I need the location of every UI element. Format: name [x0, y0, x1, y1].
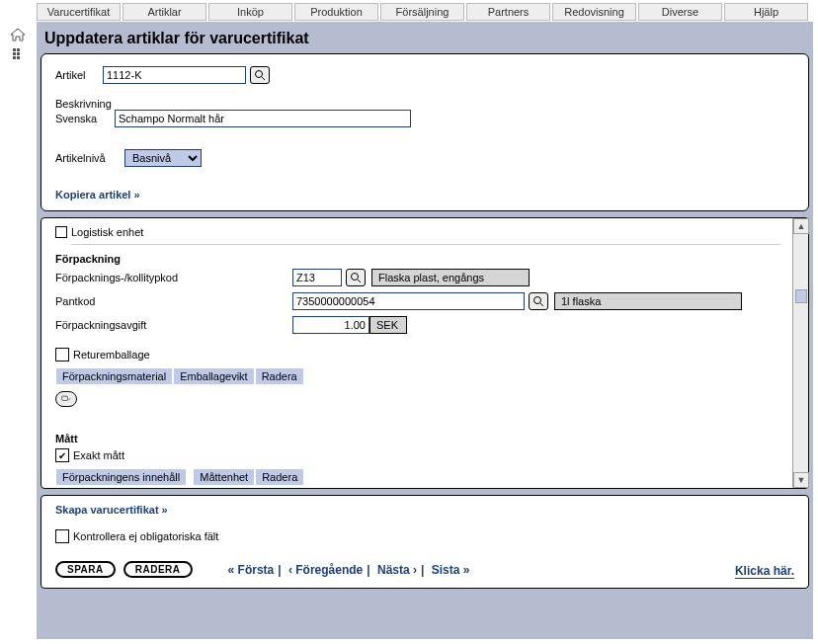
exakt-matt-label: Exakt mått: [73, 449, 124, 461]
home-icon[interactable]: [10, 28, 26, 41]
svenska-label: Svenska: [55, 113, 115, 124]
artikel-lookup-icon[interactable]: [250, 66, 270, 84]
pager-prev[interactable]: ‹ Föregående: [288, 563, 363, 577]
artikelniva-label: Artikelnivå: [55, 152, 124, 164]
scrollbar[interactable]: ▲ ▼: [792, 218, 808, 488]
packtype-input[interactable]: [292, 269, 342, 286]
menu-partners[interactable]: Partners: [466, 3, 550, 21]
logistisk-enhet-label: Logistisk enhet: [71, 226, 143, 238]
pantkod-input[interactable]: [292, 292, 525, 310]
artikel-input[interactable]: [103, 66, 246, 84]
klicka-har-link[interactable]: Klicka här.: [735, 564, 794, 578]
pantkod-display: 1l flaska: [554, 292, 742, 310]
artikelniva-select[interactable]: Basnivå: [124, 149, 202, 167]
packtype-label: Förpacknings-/kollitypkod: [55, 272, 292, 283]
col-radera-2: Radera: [255, 468, 304, 486]
stage: Uppdatera artiklar för varucertifikat Ar…: [37, 22, 813, 639]
col-mattenhet: Måttenhet: [193, 468, 255, 486]
svg-rect-2: [13, 52, 16, 55]
menu-hjalp[interactable]: Hjälp: [724, 3, 808, 21]
footer-card: Skapa varucertifikat » Kontrollera ej ob…: [41, 495, 809, 589]
menu-diverse[interactable]: Diverse: [638, 3, 722, 21]
packtype-display: Flaska plast, engångs: [371, 269, 530, 286]
pantkod-label: Pantkod: [55, 295, 292, 307]
page-title: Uppdatera artiklar för varucertifikat: [44, 30, 813, 47]
artikel-label: Artikel: [55, 69, 103, 81]
pantkod-lookup-icon[interactable]: [529, 292, 548, 310]
pager-first[interactable]: « Första: [228, 563, 275, 577]
scroll-down-icon[interactable]: ▼: [793, 472, 809, 488]
col-forpackningens-innehall: Förpackningens innehåll: [55, 468, 187, 486]
menu-varucertifikat[interactable]: Varucertifikat: [37, 3, 121, 21]
svg-rect-0: [13, 48, 16, 51]
svg-rect-4: [13, 56, 16, 59]
kopiera-artikel-link[interactable]: Kopiera artikel »: [55, 189, 794, 201]
menu-forsaljning[interactable]: Försäljning: [380, 3, 464, 21]
radera-button[interactable]: RADERA: [123, 561, 193, 578]
svg-point-10: [534, 297, 541, 304]
scroll-up-icon[interactable]: ▲: [793, 218, 809, 234]
svg-rect-3: [17, 52, 20, 55]
svg-line-9: [358, 280, 361, 282]
fee-unit: SEK: [369, 316, 407, 334]
skapa-varucertifikat-link[interactable]: Skapa varucertifikat »: [55, 504, 794, 516]
pager-last[interactable]: Sista »: [432, 563, 470, 577]
pager-next[interactable]: Nästa ›: [377, 563, 417, 577]
menu-artiklar[interactable]: Artiklar: [123, 3, 206, 21]
exakt-matt-checkbox[interactable]: ✔: [55, 448, 69, 462]
article-card: Artikel Beskrivning Svenska Artikelnivå …: [41, 53, 809, 211]
col-forpackningsmaterial: Förpackningsmaterial: [55, 367, 173, 385]
col-emballagevikt: Emballagevikt: [173, 367, 254, 385]
returemballage-checkbox[interactable]: [55, 348, 69, 362]
packaging-card: ▲ ▼ Logistisk enhet Förpackning Förpackn…: [41, 217, 809, 489]
svenska-input[interactable]: [115, 110, 411, 127]
packtype-lookup-icon[interactable]: [346, 269, 366, 286]
grid-icon[interactable]: [12, 47, 24, 59]
menu-produktion[interactable]: Produktion: [294, 3, 378, 21]
matt-heading: Mått: [55, 433, 780, 444]
svg-point-6: [256, 71, 263, 78]
svg-line-11: [540, 303, 543, 306]
col-radera-1: Radera: [255, 367, 304, 385]
menu-inkop[interactable]: Inköp: [208, 3, 292, 21]
add-row-button[interactable]: [55, 391, 77, 407]
menubar: Varucertifikat Artiklar Inköp Produktion…: [37, 3, 813, 21]
svg-point-8: [352, 274, 359, 281]
logistisk-enhet-checkbox[interactable]: [55, 226, 67, 238]
svg-rect-5: [17, 56, 20, 59]
svg-rect-1: [17, 48, 20, 51]
scroll-thumb[interactable]: [795, 289, 807, 303]
svg-rect-12: [62, 396, 68, 400]
kontrollera-ej-checkbox[interactable]: [55, 529, 69, 543]
spara-button[interactable]: SPARA: [55, 561, 116, 578]
menu-redovisning[interactable]: Redovisning: [552, 3, 636, 21]
separator: [71, 244, 780, 245]
fee-label: Förpackningsavgift: [55, 319, 292, 331]
pager: « Första| ‹ Föregående| Nästa ›| Sista »: [228, 563, 470, 577]
left-icon-strip: [5, 24, 30, 65]
returemballage-label: Returemballage: [73, 349, 150, 361]
fee-input[interactable]: [292, 316, 369, 334]
beskrivning-label: Beskrivning: [55, 98, 794, 110]
kontrollera-ej-label: Kontrollera ej obligatoriska fält: [73, 530, 218, 542]
svg-line-7: [262, 77, 265, 80]
forpackning-heading: Förpackning: [55, 253, 780, 265]
